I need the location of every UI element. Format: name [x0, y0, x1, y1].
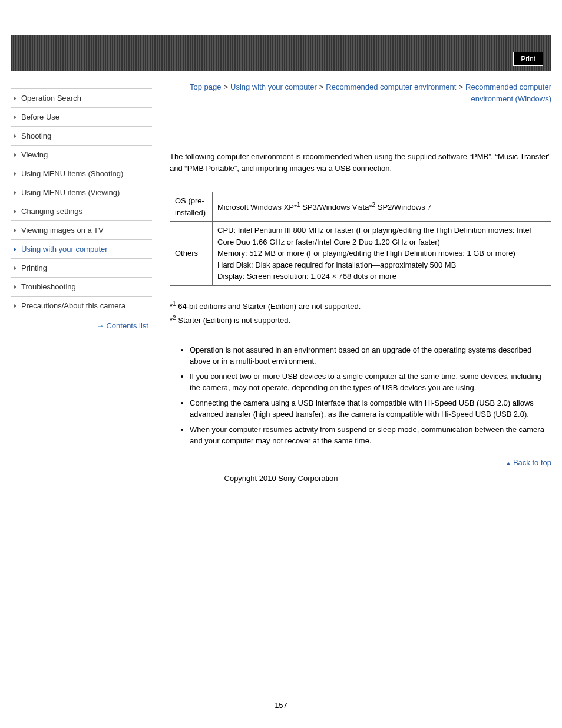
breadcrumb-using-computer[interactable]: Using with your computer	[230, 83, 317, 91]
intro-text: The following computer environment is re…	[170, 151, 551, 174]
sidebar-item-before-use[interactable]: Before Use	[11, 108, 152, 127]
sidebar: Operation Search Before Use Shooting Vie…	[11, 88, 152, 330]
requirements-table: OS (pre-installed) Microsoft Windows XP*…	[170, 192, 551, 286]
contents-list-link[interactable]: Contents list	[11, 315, 152, 330]
copyright: Copyright 2010 Sony Corporation	[0, 470, 562, 506]
sidebar-item-operation-search[interactable]: Operation Search	[11, 89, 152, 108]
page-number: 157	[0, 506, 562, 722]
notes-list: Operation is not assured in an environme…	[190, 344, 551, 447]
os-part3: SP2/Windows 7	[375, 203, 431, 212]
sidebar-item-precautions[interactable]: Precautions/About this camera	[11, 297, 152, 315]
breadcrumb-sep: >	[317, 83, 326, 91]
disp-req: Display: Screen resolution: 1,024 × 768 …	[217, 271, 546, 282]
list-item: Connecting the camera using a USB interf…	[190, 397, 551, 420]
sidebar-item-viewing[interactable]: Viewing	[11, 146, 152, 164]
list-item: If you connect two or more USB devices t…	[190, 371, 551, 394]
print-button[interactable]: Print	[513, 52, 543, 66]
back-to-top-link[interactable]: Back to top	[11, 454, 551, 470]
list-item: When your computer resumes activity from…	[190, 424, 551, 447]
os-label: OS (pre-installed)	[170, 192, 213, 222]
table-row: Others CPU: Intel Pentium III 800 MHz or…	[170, 222, 551, 286]
hdd-req: Hard Disk: Disk space required for insta…	[217, 259, 546, 271]
os-part1: Microsoft Windows XP*	[217, 203, 297, 212]
breadcrumb-sep: >	[221, 83, 230, 91]
table-row: OS (pre-installed) Microsoft Windows XP*…	[170, 192, 551, 222]
fn1-text: 64-bit editions and Starter (Edition) ar…	[176, 302, 361, 311]
footnotes: *1 64-bit editions and Starter (Edition)…	[170, 299, 551, 328]
os-part2: SP3/Windows Vista*	[300, 203, 372, 212]
others-label: Others	[170, 222, 213, 286]
sidebar-item-printing[interactable]: Printing	[11, 259, 152, 278]
fn2-text: Starter (Edition) is not supported.	[176, 317, 290, 325]
breadcrumb-sep: >	[456, 83, 465, 91]
mem-req: Memory: 512 MB or more (For playing/edit…	[217, 248, 546, 259]
sidebar-item-troubleshooting[interactable]: Troubleshooting	[11, 278, 152, 297]
header-band: Print	[11, 35, 551, 71]
sidebar-item-changing-settings[interactable]: Changing settings	[11, 202, 152, 221]
breadcrumb-top[interactable]: Top page	[190, 83, 222, 91]
sidebar-item-viewing-tv[interactable]: Viewing images on a TV	[11, 221, 152, 240]
breadcrumb-current[interactable]: Recommended computer environment (Window…	[465, 83, 551, 103]
sidebar-item-shooting[interactable]: Shooting	[11, 127, 152, 146]
sidebar-item-menu-viewing[interactable]: Using MENU items (Viewing)	[11, 183, 152, 202]
sidebar-item-menu-shooting[interactable]: Using MENU items (Shooting)	[11, 164, 152, 183]
divider	[170, 134, 551, 134]
os-value: Microsoft Windows XP*1 SP3/Windows Vista…	[213, 192, 551, 222]
cpu-req: CPU: Intel Pentium III 800 MHz or faster…	[217, 225, 546, 248]
others-value: CPU: Intel Pentium III 800 MHz or faster…	[213, 222, 551, 286]
breadcrumb-recommended-env[interactable]: Recommended computer environment	[326, 83, 456, 91]
list-item: Operation is not assured in an environme…	[190, 344, 551, 367]
main-content: Top page>Using with your computer>Recomm…	[170, 71, 551, 454]
breadcrumb: Top page>Using with your computer>Recomm…	[170, 81, 551, 104]
sidebar-item-using-computer[interactable]: Using with your computer	[11, 240, 152, 259]
